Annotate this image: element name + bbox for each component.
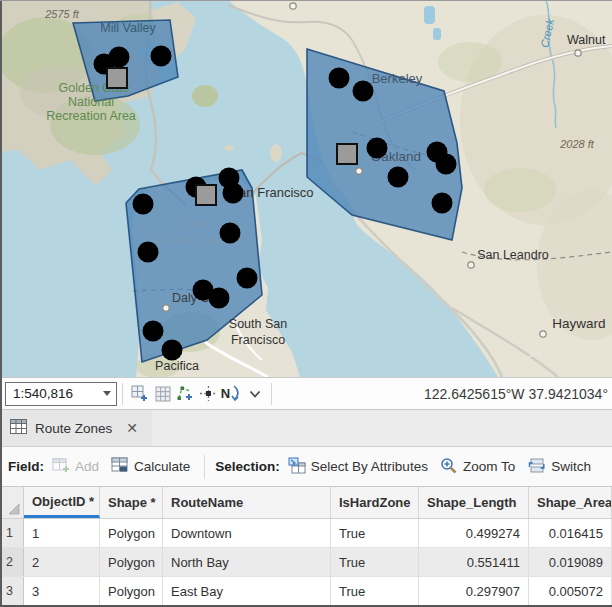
town-marker <box>540 331 546 337</box>
scale-dropdown-caret-icon[interactable] <box>98 383 116 405</box>
cell-shape[interactable]: Polygon <box>100 548 163 576</box>
cell-shape-area[interactable]: 0.019089 <box>529 548 612 576</box>
select-by-attributes-icon <box>288 457 306 477</box>
stop-point[interactable] <box>432 193 453 214</box>
map-label: 2575 ft <box>44 8 80 20</box>
add-field-label: Add <box>75 459 99 474</box>
selection-group-label: Selection: <box>215 459 280 474</box>
table-toolbar: Field: Add Calculate Selection: Select B… <box>0 447 612 487</box>
tab-route-zones[interactable]: Route Zones ✕ <box>0 410 152 446</box>
stop-point[interactable] <box>388 167 409 188</box>
stop-point[interactable] <box>237 268 258 289</box>
cell-shape[interactable]: Polygon <box>100 519 163 547</box>
table-icon <box>10 419 27 438</box>
arcgis-window: 2575 ftMill ValleyGolden GateNationalRec… <box>0 0 612 607</box>
map-label: Walnut <box>567 33 606 47</box>
cell-shape-length[interactable]: 0.551411 <box>419 548 529 576</box>
attribute-table: ObjectID *Shape *RouteNameIsHardZoneShap… <box>0 487 612 606</box>
cell-objectid[interactable]: 2 <box>24 548 100 576</box>
cell-shape[interactable]: Polygon <box>100 577 163 605</box>
depot-square[interactable] <box>337 144 357 164</box>
scale-value[interactable]: 1:540,816 <box>6 386 98 401</box>
stop-point[interactable] <box>133 194 154 215</box>
stop-point[interactable] <box>143 321 164 342</box>
column-header-shape-area[interactable]: Shape_Area <box>529 487 612 518</box>
stop-point[interactable] <box>209 288 230 309</box>
cell-routename[interactable]: North Bay <box>163 548 331 576</box>
calculate-field-icon <box>111 457 129 476</box>
window-left-edge <box>0 0 2 607</box>
row-selector-1[interactable]: 1 <box>0 519 24 547</box>
edit-vertices-icon[interactable] <box>174 382 197 406</box>
cell-objectid[interactable]: 3 <box>24 577 100 605</box>
cell-ishardzone[interactable]: True <box>331 577 419 605</box>
basemap-lake <box>433 28 441 40</box>
basemap-lake <box>424 6 435 24</box>
select-all-corner[interactable] <box>0 487 24 518</box>
column-header-routename[interactable]: RouteName <box>163 487 331 518</box>
cell-routename[interactable]: Downtown <box>163 519 331 547</box>
switch-selection-icon <box>527 457 546 477</box>
select-by-attributes-label: Select By Attributes <box>311 459 428 474</box>
more-chevron-icon[interactable] <box>243 382 266 406</box>
field-group-label: Field: <box>8 459 44 474</box>
map-statusbar: 1:540,816 N 122.6425615°W 37.9421034° <box>0 377 612 410</box>
snapping-icon[interactable] <box>197 382 220 406</box>
table-header-row: ObjectID *Shape *RouteNameIsHardZoneShap… <box>0 487 612 519</box>
town-marker <box>468 262 474 268</box>
stop-point[interactable] <box>329 68 350 89</box>
row-selector-2[interactable]: 2 <box>0 548 24 576</box>
cell-shape-length[interactable]: 0.499274 <box>419 519 529 547</box>
depot-square[interactable] <box>107 68 127 88</box>
cell-routename[interactable]: East Bay <box>163 577 331 605</box>
calculate-field-label: Calculate <box>134 459 190 474</box>
cell-ishardzone[interactable]: True <box>331 548 419 576</box>
column-header-ishardzone[interactable]: IsHardZone <box>331 487 419 518</box>
stop-point[interactable] <box>162 340 183 361</box>
town-marker <box>163 305 169 311</box>
tab-close-button[interactable]: ✕ <box>124 421 140 435</box>
grid-icon[interactable] <box>151 382 174 406</box>
town-marker <box>290 3 296 9</box>
statusbar-separator <box>271 383 272 405</box>
window-top-edge <box>0 0 612 1</box>
stop-point[interactable] <box>151 46 172 67</box>
scale-combo[interactable]: 1:540,816 <box>5 382 117 406</box>
switch-selection-button[interactable]: Switch <box>527 457 591 477</box>
zoom-to-icon <box>440 457 458 477</box>
town-marker <box>356 168 362 174</box>
zoom-to-button[interactable]: Zoom To <box>440 457 515 477</box>
select-by-attributes-button[interactable]: Select By Attributes <box>288 457 428 477</box>
town-marker <box>575 50 581 56</box>
map-label: San <box>181 217 213 229</box>
stop-point[interactable] <box>367 138 388 159</box>
column-header-shape-length[interactable]: Shape_Length <box>419 487 529 518</box>
grid-add-icon[interactable] <box>128 382 151 406</box>
map-label: South San <box>229 317 287 331</box>
cell-shape-length[interactable]: 0.297907 <box>419 577 529 605</box>
row-selector-3[interactable]: 3 <box>0 577 24 605</box>
stop-point[interactable] <box>220 223 241 244</box>
map-label: Recreation Area <box>46 109 136 123</box>
cell-shape-area[interactable]: 0.016415 <box>529 519 612 547</box>
depot-square[interactable] <box>196 185 216 205</box>
map-label: Hayward <box>552 316 605 331</box>
stop-point[interactable] <box>353 81 374 102</box>
map-label: 2028 ft <box>559 138 595 150</box>
calculate-field-button[interactable]: Calculate <box>111 457 190 476</box>
map-label: Pacifica <box>155 359 199 373</box>
column-header-shape[interactable]: Shape * <box>100 487 163 518</box>
north-arrow-icon[interactable]: N <box>220 382 243 406</box>
cell-shape-area[interactable]: 0.005072 <box>529 577 612 605</box>
map-label: National <box>68 95 114 109</box>
stop-point[interactable] <box>223 183 244 204</box>
stop-point[interactable] <box>109 47 130 68</box>
add-field-button[interactable]: Add <box>52 457 99 476</box>
stop-point[interactable] <box>436 154 457 175</box>
basemap-island <box>270 144 282 162</box>
cell-ishardzone[interactable]: True <box>331 519 419 547</box>
cell-objectid[interactable]: 1 <box>24 519 100 547</box>
map-view[interactable]: 2575 ftMill ValleyGolden GateNationalRec… <box>0 0 612 377</box>
stop-point[interactable] <box>138 242 159 263</box>
column-header-objectid[interactable]: ObjectID * <box>24 487 100 518</box>
